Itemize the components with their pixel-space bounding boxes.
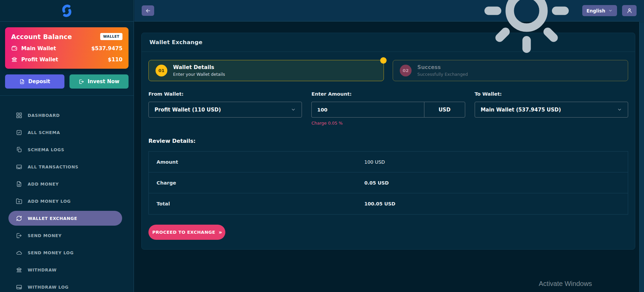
proceed-to-exchange-button[interactable]: PROCEED TO EXCHANGE » bbox=[148, 225, 225, 240]
amount-label: Enter Amount: bbox=[311, 91, 465, 97]
folder-plus-icon bbox=[16, 198, 22, 204]
chevron-down-icon bbox=[608, 8, 613, 13]
step-title: Success bbox=[417, 64, 468, 70]
theme-toggle-button[interactable] bbox=[476, 0, 577, 61]
balance-row-label: Main Wallet bbox=[21, 45, 56, 52]
sidebar-menu-item[interactable]: ADD MONEY bbox=[0, 175, 134, 193]
balance-row-value: $537.9475 bbox=[91, 45, 122, 52]
sidebar-menu-item-label: ALL TRANSACTIONS bbox=[28, 164, 79, 169]
review-row-value: 0.05 USD bbox=[364, 180, 389, 186]
profile-button[interactable] bbox=[622, 5, 637, 16]
double-chevron-right-icon: » bbox=[219, 229, 221, 235]
review-row-label: Total bbox=[149, 201, 364, 206]
deposit-button[interactable]: Deposit bbox=[5, 74, 64, 89]
sidebar-menu-item[interactable]: SEND MONEY LOG bbox=[0, 244, 134, 261]
sidebar-menu-item-label: WITHDRAW LOG bbox=[28, 285, 69, 290]
cloud-icon bbox=[16, 250, 22, 256]
sidebar-menu-item[interactable]: ALL SCHEMA bbox=[0, 124, 134, 141]
review-table-row: Charge 0.05 USD bbox=[149, 172, 628, 193]
wallet-exchange-card: Wallet Exchange 01 Wallet Details Enter … bbox=[141, 33, 635, 250]
sidebar-menu: DASHBOARD ALL SCHEMA SCHEMA LOGS ALL TRA… bbox=[0, 107, 134, 292]
review-row-label: Charge bbox=[149, 180, 364, 186]
account-balance-title: Account Balance bbox=[11, 33, 72, 40]
exchange-icon bbox=[16, 215, 22, 222]
sidebar-menu-item[interactable]: DASHBOARD bbox=[0, 107, 134, 124]
invest-now-button[interactable]: Invest Now bbox=[69, 74, 129, 89]
amount-input[interactable] bbox=[311, 102, 424, 118]
sidebar-divider bbox=[0, 95, 134, 96]
back-button[interactable] bbox=[142, 5, 154, 16]
sidebar-menu-item-label: DASHBOARD bbox=[28, 113, 60, 118]
sidebar-menu-item[interactable]: ADD MONEY LOG bbox=[0, 193, 134, 210]
language-dropdown[interactable]: English bbox=[582, 5, 617, 16]
sidebar-menu-item[interactable]: WALLET EXCHANGE bbox=[8, 211, 122, 226]
language-label: English bbox=[587, 8, 605, 13]
balance-row-label: Profit Wallet bbox=[21, 57, 58, 63]
inbox-icon bbox=[16, 164, 22, 170]
balance-row-value: $110 bbox=[108, 57, 122, 63]
step-title: Wallet Details bbox=[173, 64, 225, 70]
sidebar-menu-item-label: SCHEMA LOGS bbox=[28, 147, 64, 152]
step-wallet-details[interactable]: 01 Wallet Details Enter your Wallet deta… bbox=[148, 60, 384, 81]
review-row-value: 100 USD bbox=[364, 159, 385, 165]
invest-button-label: Invest Now bbox=[88, 78, 119, 85]
sidebar-menu-item-label: SEND MONEY LOG bbox=[28, 250, 74, 255]
review-row-label: Amount bbox=[149, 159, 364, 165]
balance-row: Profit Wallet $110 bbox=[11, 56, 122, 63]
review-table-row: Amount 100 USD bbox=[149, 152, 628, 172]
sidebar-menu-item-label: SEND MONEY bbox=[28, 233, 62, 238]
deposit-button-label: Deposit bbox=[28, 78, 50, 85]
account-balance-card: Account Balance WALLET Main Wallet $537.… bbox=[5, 27, 129, 69]
grid-icon bbox=[16, 112, 22, 119]
review-row-value: 100.05 USD bbox=[364, 201, 395, 206]
sidebar-logo-area bbox=[0, 0, 134, 22]
sidebar-menu-item[interactable]: ALL TRANSACTIONS bbox=[0, 158, 134, 175]
step-subtitle: Successfully Exchanged bbox=[417, 72, 468, 77]
review-table-row: Total 100.05 USD bbox=[149, 193, 628, 214]
bank-icon bbox=[16, 267, 22, 273]
from-wallet-select[interactable]: Profit Wallet (110 USD) bbox=[148, 102, 302, 118]
person-icon bbox=[626, 8, 633, 14]
scrollbar[interactable] bbox=[639, 22, 644, 292]
step-number-badge: 02 bbox=[400, 65, 412, 76]
from-wallet-label: From Wallet: bbox=[148, 91, 302, 97]
charge-note: Charge 0.05 % bbox=[311, 121, 465, 126]
arrow-left-icon bbox=[145, 8, 151, 14]
to-wallet-value: Main Wallet (537.9475 USD) bbox=[481, 107, 561, 113]
sidebar-menu-item-label: WITHDRAW bbox=[28, 267, 57, 272]
bank-icon bbox=[11, 56, 18, 63]
step-subtitle: Enter your Wallet details bbox=[173, 72, 225, 77]
to-wallet-select[interactable]: Main Wallet (537.9475 USD) bbox=[475, 102, 628, 118]
step-success[interactable]: 02 Success Successfully Exchanged bbox=[393, 60, 628, 81]
main-content: Wallet Exchange 01 Wallet Details Enter … bbox=[134, 22, 644, 292]
sidebar-menu-item-label: ADD MONEY bbox=[28, 182, 59, 187]
sidebar-menu-item-label: ALL SCHEMA bbox=[28, 130, 60, 135]
currency-addon: USD bbox=[424, 102, 465, 118]
sidebar-menu-item[interactable]: WITHDRAW LOG bbox=[0, 279, 134, 292]
sidebar-menu-item[interactable]: WITHDRAW bbox=[0, 261, 134, 279]
balance-rows: Main Wallet $537.9475 Profit Wallet $110 bbox=[11, 45, 122, 63]
sun-icon bbox=[476, 0, 577, 61]
review-details-title: Review Details: bbox=[148, 138, 628, 144]
sidebar: Account Balance WALLET Main Wallet $537.… bbox=[0, 0, 134, 292]
send-icon bbox=[16, 232, 22, 239]
step-number-badge: 01 bbox=[156, 65, 167, 76]
wallet-badge: WALLET bbox=[100, 33, 122, 40]
sidebar-menu-item[interactable]: SCHEMA LOGS bbox=[0, 141, 134, 158]
review-table: Amount 100 USD Charge 0.05 USD Total 100… bbox=[148, 151, 628, 215]
balance-row: Main Wallet $537.9475 bbox=[11, 45, 122, 52]
brand-swirl-logo-icon[interactable] bbox=[59, 3, 75, 19]
steps-row: 01 Wallet Details Enter your Wallet deta… bbox=[148, 60, 628, 81]
topbar: English bbox=[134, 0, 644, 22]
chevron-down-icon bbox=[617, 107, 622, 112]
proceed-label: PROCEED TO EXCHANGE bbox=[152, 230, 216, 235]
file-plus-icon bbox=[19, 79, 25, 85]
chevron-down-icon bbox=[291, 107, 296, 112]
sidebar-menu-item[interactable]: SEND MONEY bbox=[0, 227, 134, 244]
sidebar-menu-item-label: WALLET EXCHANGE bbox=[28, 216, 77, 221]
sidebar-menu-item-label: ADD MONEY LOG bbox=[28, 199, 71, 204]
credit-card-icon bbox=[16, 284, 22, 290]
active-step-dot bbox=[380, 57, 387, 64]
copy-icon bbox=[16, 147, 22, 153]
box-arrow-icon bbox=[79, 79, 84, 85]
